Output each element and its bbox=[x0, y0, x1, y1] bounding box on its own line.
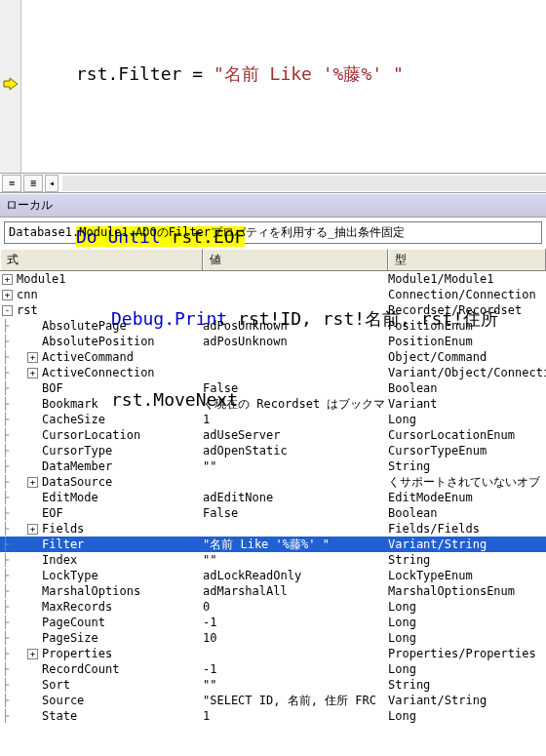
tree-branch-icon: ├ bbox=[2, 334, 27, 349]
tree-row[interactable]: ├AbsolutePositionadPosUnknownPositionEnu… bbox=[0, 334, 546, 349]
expand-icon[interactable]: + bbox=[27, 524, 38, 535]
column-header-type[interactable]: 型 bbox=[388, 249, 546, 270]
tree-row[interactable]: ├EditModeadEditNoneEditModeEnum bbox=[0, 490, 546, 505]
code-gutter bbox=[0, 0, 21, 173]
tree-spacer bbox=[27, 617, 38, 628]
tree-spacer bbox=[27, 321, 38, 332]
tree-row[interactable]: ├MaxRecords0Long bbox=[0, 599, 546, 615]
code-content[interactable]: rst.Filter = "名前 Like '%藤%' " Do Until r… bbox=[21, 0, 546, 173]
property-name: RecordCount bbox=[42, 661, 119, 677]
property-type: Long bbox=[388, 630, 546, 646]
tree-spacer bbox=[27, 711, 38, 722]
property-name: Sort bbox=[42, 677, 70, 693]
property-value: adPosUnknown bbox=[203, 334, 388, 349]
tree-row[interactable]: ├+FieldsFields/Fields bbox=[0, 521, 546, 537]
horizontal-scrollbar[interactable] bbox=[62, 176, 546, 191]
tree-row[interactable]: ├DataMember""String bbox=[0, 458, 546, 474]
tree-branch-icon: ├ bbox=[2, 365, 27, 380]
property-name: PageCount bbox=[42, 615, 105, 630]
tree-spacer bbox=[27, 664, 38, 675]
tree-row[interactable]: ├State1Long bbox=[0, 708, 546, 724]
collapse-icon[interactable]: - bbox=[2, 305, 13, 316]
property-value: -1 bbox=[203, 661, 388, 677]
scroll-left-button[interactable]: ◂ bbox=[45, 175, 58, 192]
property-name: Source bbox=[42, 693, 84, 708]
property-name: Fields bbox=[42, 521, 84, 537]
tree-spacer bbox=[27, 508, 38, 519]
expand-icon[interactable]: + bbox=[2, 290, 13, 300]
property-value: False bbox=[203, 505, 388, 521]
tree-row[interactable]: ├AbsolutePageadPosUnknownPositionEnum bbox=[0, 318, 546, 334]
tree-row[interactable]: ├Source"SELECT ID, 名前, 住所 FRCVariant/Str… bbox=[0, 693, 546, 708]
expand-icon[interactable]: + bbox=[27, 477, 38, 488]
tree-spacer bbox=[27, 493, 38, 503]
tree-branch-icon: ├ bbox=[2, 380, 27, 396]
toolbar-button-a[interactable]: ≡ bbox=[2, 175, 21, 192]
tree-branch-icon: ├ bbox=[2, 693, 27, 708]
property-type: Variant bbox=[388, 396, 546, 412]
tree-branch-icon: ├ bbox=[2, 458, 27, 474]
property-type: String bbox=[388, 677, 546, 693]
tree-spacer bbox=[27, 415, 38, 425]
property-type: Long bbox=[388, 412, 546, 427]
property-value: adMarshalAll bbox=[203, 583, 388, 599]
column-header-value[interactable]: 値 bbox=[203, 249, 388, 270]
tree-row[interactable]: ├Index""String bbox=[0, 552, 546, 568]
property-value: 0 bbox=[203, 599, 388, 615]
toolbar-button-b[interactable]: ≣ bbox=[23, 175, 43, 192]
tree-branch-icon: ├ bbox=[2, 349, 27, 365]
property-value: False bbox=[203, 380, 388, 396]
property-type: Long bbox=[388, 661, 546, 677]
property-type: Properties/Properties bbox=[388, 646, 546, 661]
property-name: rst bbox=[17, 302, 38, 318]
current-line-arrow-icon bbox=[3, 76, 19, 92]
tree-row[interactable]: ├Filter"名前 Like '%藤%' "Variant/String bbox=[0, 537, 546, 552]
tree-row[interactable]: ├CursorLocationadUseServerCursorLocation… bbox=[0, 427, 546, 443]
tree-row[interactable]: ├Sort""String bbox=[0, 677, 546, 693]
expand-icon[interactable]: + bbox=[2, 274, 13, 285]
tree-spacer bbox=[27, 555, 38, 566]
tree-row[interactable]: ├PageCount-1Long bbox=[0, 615, 546, 630]
locals-tree[interactable]: +Module1Module1/Module1+cnnConnection/Co… bbox=[0, 271, 546, 724]
tree-row[interactable]: ├BOFFalseBoolean bbox=[0, 380, 546, 396]
property-type: Recordset/Recordset bbox=[388, 302, 546, 318]
tree-row[interactable]: ├PageSize10Long bbox=[0, 630, 546, 646]
tree-row[interactable]: ├LockTypeadLockReadOnlyLockTypeEnum bbox=[0, 568, 546, 583]
property-type: Fields/Fields bbox=[388, 521, 546, 537]
expand-icon[interactable]: + bbox=[27, 649, 38, 659]
property-type: PositionEnum bbox=[388, 334, 546, 349]
property-name: Module1 bbox=[17, 271, 66, 287]
property-name: Properties bbox=[42, 646, 112, 661]
property-type: CursorLocationEnum bbox=[388, 427, 546, 443]
property-name: Index bbox=[42, 552, 77, 568]
property-type: Variant/String bbox=[388, 537, 546, 552]
tree-row[interactable]: ├+DataSourceくサポートされていないオブ bbox=[0, 474, 546, 490]
property-name: State bbox=[42, 708, 77, 724]
tree-row[interactable]: ├MarshalOptionsadMarshalAllMarshalOption… bbox=[0, 583, 546, 599]
property-type: Boolean bbox=[388, 505, 546, 521]
tree-branch-icon: ├ bbox=[2, 552, 27, 568]
property-name: CacheSize bbox=[42, 412, 105, 427]
expand-icon[interactable]: + bbox=[27, 352, 38, 363]
property-name: PageSize bbox=[42, 630, 98, 646]
property-type: Long bbox=[388, 615, 546, 630]
property-type: PositionEnum bbox=[388, 318, 546, 334]
property-name: AbsolutePage bbox=[42, 318, 127, 334]
property-value: "" bbox=[203, 677, 388, 693]
code-editor[interactable]: rst.Filter = "名前 Like '%藤%' " Do Until r… bbox=[0, 0, 546, 174]
expand-icon[interactable]: + bbox=[27, 368, 38, 378]
tree-row[interactable]: ├CursorTypeadOpenStaticCursorTypeEnum bbox=[0, 443, 546, 458]
property-value: 1 bbox=[203, 412, 388, 427]
property-value: adLockReadOnly bbox=[203, 568, 388, 583]
tree-row[interactable]: ├Bookmarkく現在の Recordset はブックマVariant bbox=[0, 396, 546, 412]
property-name: DataMember bbox=[42, 458, 112, 474]
column-header-expression[interactable]: 式 bbox=[0, 249, 203, 270]
tree-branch-icon: ├ bbox=[2, 568, 27, 583]
property-type: LockTypeEnum bbox=[388, 568, 546, 583]
tree-row[interactable]: ├+PropertiesProperties/Properties bbox=[0, 646, 546, 661]
tree-row[interactable]: ├RecordCount-1Long bbox=[0, 661, 546, 677]
tree-branch-icon: ├ bbox=[2, 583, 27, 599]
tree-row[interactable]: ├CacheSize1Long bbox=[0, 412, 546, 427]
property-name: Bookmark bbox=[42, 396, 98, 412]
tree-row[interactable]: ├EOFFalseBoolean bbox=[0, 505, 546, 521]
